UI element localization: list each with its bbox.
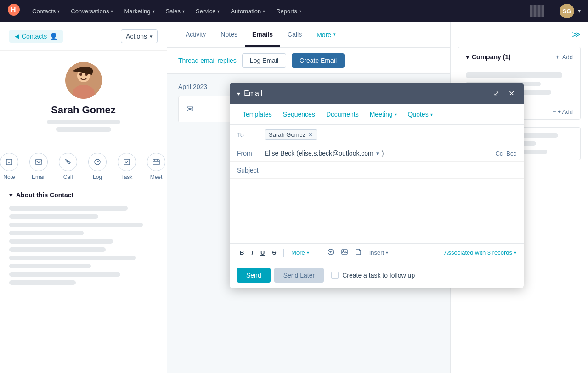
modal-close-button[interactable]: ✕ xyxy=(507,88,516,99)
send-later-button[interactable]: Send Later xyxy=(274,268,324,283)
tab-calls[interactable]: Calls xyxy=(280,23,309,47)
avatar-chevron[interactable]: ▾ xyxy=(578,8,581,14)
modal-title: Email xyxy=(244,89,262,98)
more-format-button[interactable]: More ▾ xyxy=(288,247,312,258)
nav-tool-2[interactable] xyxy=(534,5,536,17)
underline-button[interactable]: U xyxy=(258,247,267,258)
company-add-button[interactable]: ＋ Add xyxy=(554,53,573,61)
meet-label: Meet xyxy=(150,174,163,180)
sequences-button[interactable]: Sequences xyxy=(277,108,321,121)
modal-title-area: ▾ Email xyxy=(237,89,262,98)
templates-button[interactable]: Templates xyxy=(237,108,277,121)
quotes-chevron-icon: ▾ xyxy=(430,112,433,117)
field-skeleton-2 xyxy=(9,214,98,219)
to-field-row: To Sarah Gomez ✕ xyxy=(230,125,524,145)
email-envelope-icon: ✉ xyxy=(186,104,194,115)
modal-expand-button[interactable]: ⤢ xyxy=(492,88,501,99)
action-log[interactable]: Log xyxy=(88,153,107,180)
log-email-button[interactable]: Log Email xyxy=(242,53,286,68)
attach-link-icon[interactable] xyxy=(325,247,336,258)
more-format-label: More xyxy=(291,249,305,256)
nav-service[interactable]: Service ▾ xyxy=(191,5,224,17)
about-fields xyxy=(9,206,158,285)
company-title[interactable]: ▾ Company (1) xyxy=(466,53,511,61)
action-note[interactable]: Note xyxy=(0,153,18,180)
about-header[interactable]: ▾ About this Contact xyxy=(9,191,158,199)
documents-button[interactable]: Documents xyxy=(321,108,364,121)
strikethrough-button[interactable]: S xyxy=(269,247,279,258)
svg-rect-15 xyxy=(153,160,159,165)
actions-button[interactable]: Actions ▾ xyxy=(121,29,158,43)
user-avatar[interactable]: SG xyxy=(560,4,574,18)
tab-notes[interactable]: Notes xyxy=(213,23,245,47)
email-body-area[interactable] xyxy=(230,179,524,243)
nav-tool-3[interactable] xyxy=(538,5,540,17)
modal-header-actions: ⤢ ✕ xyxy=(492,88,516,99)
from-suffix: ) xyxy=(382,150,384,157)
meeting-dropdown[interactable]: Meeting ▾ xyxy=(364,108,402,121)
italic-button[interactable]: I xyxy=(249,247,256,258)
nav-automation[interactable]: Automation ▾ xyxy=(226,5,270,17)
log-label: Log xyxy=(93,174,102,180)
quotes-dropdown[interactable]: Quotes ▾ xyxy=(402,108,438,121)
nav-search-box xyxy=(530,5,544,17)
remove-recipient-button[interactable]: ✕ xyxy=(308,132,313,138)
bcc-button[interactable]: Bcc xyxy=(506,150,516,157)
field-skeleton-10 xyxy=(9,280,76,285)
insert-label: Insert xyxy=(369,249,384,256)
insert-button[interactable]: Insert ▾ xyxy=(366,247,392,258)
meeting-chevron-icon: ▾ xyxy=(395,112,397,117)
tab-activity[interactable]: Activity xyxy=(178,23,213,47)
subject-input[interactable] xyxy=(265,167,516,174)
modal-header: ▾ Email ⤢ ✕ xyxy=(230,83,524,104)
contacts-back-button[interactable]: ◀ Contacts 👤 xyxy=(9,30,63,43)
more-chevron-icon: ▾ xyxy=(333,32,336,38)
action-task[interactable]: Task xyxy=(118,153,136,180)
person-icon: 👤 xyxy=(50,33,57,40)
attach-image-icon[interactable] xyxy=(339,247,350,258)
actions-chevron-icon: ▾ xyxy=(150,33,153,39)
action-call[interactable]: Call xyxy=(59,153,77,180)
nav-sales[interactable]: Sales ▾ xyxy=(161,5,190,17)
nav-right: SG ▾ xyxy=(530,4,581,18)
call-icon xyxy=(59,153,77,171)
action-email[interactable]: Email xyxy=(29,153,48,180)
email-icon xyxy=(29,153,48,171)
nav-reports[interactable]: Reports ▾ xyxy=(271,5,306,17)
attach-file-icon[interactable] xyxy=(353,247,364,258)
hubspot-logo[interactable]: H xyxy=(7,3,20,19)
nav-marketing[interactable]: Marketing ▾ xyxy=(119,5,159,17)
field-skeleton-4 xyxy=(9,231,84,235)
cc-bcc-area: Cc Bcc xyxy=(495,150,516,157)
field-skeleton-7 xyxy=(9,256,136,260)
from-value: Elise Beck (elise.s.beck@outlook.com xyxy=(265,150,373,157)
expand-panels-icon[interactable]: ≫ xyxy=(572,29,581,39)
field-skeleton-5 xyxy=(9,239,113,244)
modal-collapse-icon[interactable]: ▾ xyxy=(237,90,240,97)
more-format-chevron: ▾ xyxy=(307,250,309,255)
nav-contacts[interactable]: Contacts ▾ xyxy=(28,5,64,17)
bold-button[interactable]: B xyxy=(237,247,247,258)
svg-text:H: H xyxy=(11,6,16,14)
action-meet[interactable]: Meet xyxy=(147,153,165,180)
send-button[interactable]: Send xyxy=(237,268,271,283)
back-arrow-icon: ◀ xyxy=(15,33,19,39)
field-skeleton-1 xyxy=(9,206,128,211)
from-dropdown-icon[interactable]: ▾ xyxy=(376,150,379,156)
nav-tool-1[interactable] xyxy=(530,5,532,17)
cc-button[interactable]: Cc xyxy=(495,150,503,157)
call-label: Call xyxy=(63,174,73,180)
company-add-label: Add xyxy=(562,54,573,61)
create-email-button[interactable]: Create Email xyxy=(292,53,345,68)
tab-emails[interactable]: Emails xyxy=(245,23,280,47)
sidebar-header: ◀ Contacts 👤 Actions ▾ xyxy=(0,22,167,51)
nav-tool-4[interactable] xyxy=(542,5,544,17)
add-section-icon: ＋ xyxy=(551,107,557,116)
associated-records-button[interactable]: Associated with 3 records ▾ xyxy=(444,249,516,256)
task-followup-checkbox[interactable] xyxy=(331,272,339,279)
nav-conversations[interactable]: Conversations ▾ xyxy=(66,5,118,17)
tab-more[interactable]: More ▾ xyxy=(309,24,343,46)
action-icons-bar: Note Email Call xyxy=(0,149,167,184)
task-icon xyxy=(118,153,136,171)
about-section: ▾ About this Contact xyxy=(0,184,167,292)
